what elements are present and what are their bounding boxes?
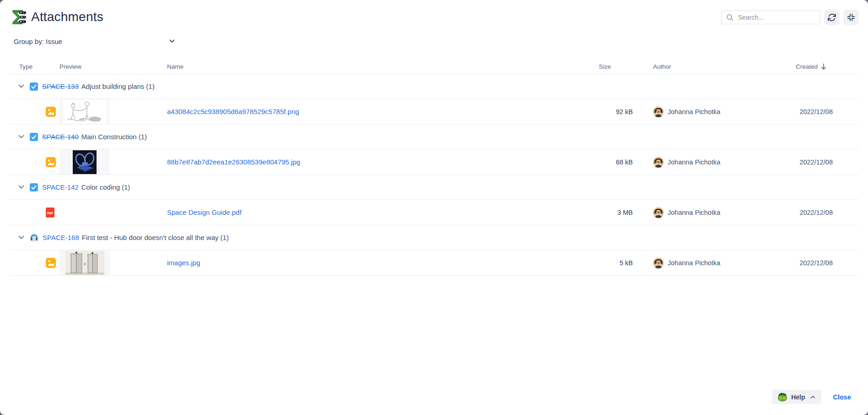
created-date: 2022/12/08 [799,259,833,267]
created-date: 2022/12/08 [799,108,833,115]
author-avatar [653,106,664,117]
issue-summary: Main Construction [81,133,137,141]
help-button[interactable]: Help [772,390,821,404]
attachment-name-link[interactable]: Space Design Guide.pdf [167,208,242,216]
dialog-footer: Help Close [772,390,851,404]
top-actions [721,10,859,25]
search-box[interactable] [721,11,820,24]
attachment-preview-thumbnail[interactable] [59,99,110,124]
attachment-row: a43084c2c5c938905d6a978529c5785f.png 92 … [9,99,859,125]
attachment-preview-thumbnail[interactable] [59,149,110,175]
attachment-name-link[interactable]: 88b7e87ab7d2eea1e26308539e804795.jpg [167,158,300,166]
issue-type-task-icon [30,133,38,141]
issue-key-link[interactable]: SPACE-133 [42,82,79,90]
attachment-preview-thumbnail[interactable] [59,250,110,275]
attachment-name-link[interactable]: images.jpg [167,259,200,267]
column-header-preview[interactable]: Preview [59,63,110,70]
column-header-created-label: Created [796,63,818,70]
help-robot-icon [777,392,788,402]
attachment-name-link[interactable]: a43084c2c5c938905d6a978529c5785f.png [167,108,299,115]
svg-text:PDF: PDF [47,211,53,214]
title-bar: Attachments [0,0,868,26]
attachment-row: 88b7e87ab7d2eea1e26308539e804795.jpg 68 … [9,149,859,175]
attachment-count: (1) [221,234,229,241]
collapse-group-chevron-icon[interactable] [17,133,25,141]
image-file-type-icon [46,258,56,268]
author-avatar [653,207,664,218]
attachment-row: PDF Space Design Guide.pdf 3 MB Johanna … [9,200,859,225]
issue-summary: Color coding [81,183,120,191]
issue-type-task-icon [30,183,38,191]
issue-summary: First test - Hub door doesn't close all … [82,234,219,241]
close-button[interactable]: Close [833,393,852,401]
issue-key-link[interactable]: SPACE-142 [42,183,79,191]
attachment-count: (1) [122,183,130,191]
attachment-size: 3 MB [617,209,633,216]
attachment-size: 68 kB [616,158,633,166]
collapse-all-icon [846,13,856,22]
issue-summary: Adjust building plans [81,82,145,90]
author-name: Johanna Pichotka [668,158,720,166]
issue-type-headphones-icon [30,233,38,242]
sort-descending-icon [820,63,827,70]
chevron-down-icon [169,39,175,43]
group-row: SPACE-133 Adjust building plans (1) [9,74,859,99]
column-header-size[interactable]: Size [582,63,633,70]
group-row: SPACE-168 First test - Hub door doesn't … [9,225,859,250]
collapse-group-chevron-icon[interactable] [17,83,25,90]
attachment-size: 5 kB [620,259,633,267]
issue-type-task-icon [30,82,38,91]
author-avatar [653,257,664,268]
attachment-size: 92 kB [616,108,633,115]
group-row: SPACE-140 Main Construction (1) [9,125,859,149]
collapse-group-chevron-icon[interactable] [17,234,25,241]
group-row: SPACE-142 Color coding (1) [9,175,859,200]
table-header-row: Type Preview Name Size Author Created [9,58,859,74]
attachment-count: (1) [139,133,147,141]
refresh-icon [827,13,836,22]
help-button-label: Help [791,393,805,401]
attachments-dialog: Attachments [0,0,868,415]
search-input[interactable] [737,13,822,22]
column-header-name[interactable]: Name [110,63,582,70]
chevron-up-icon [810,395,815,399]
created-date: 2022/12/08 [799,158,833,166]
attachment-row: images.jpg 5 kB Johanna Pichotka 2022/12… [9,250,859,276]
pdf-file-type-icon: PDF [46,208,54,218]
issue-key-link[interactable]: SPACE-140 [42,133,79,141]
column-header-author[interactable]: Author [633,63,776,70]
issue-key-link[interactable]: SPACE-168 [43,234,79,241]
author-name: Johanna Pichotka [668,259,720,267]
collapse-all-button[interactable] [843,10,859,25]
author-name: Johanna Pichotka [668,209,720,216]
image-file-type-icon [46,107,56,117]
created-date: 2022/12/08 [799,209,833,216]
search-icon [726,14,733,21]
page-title: Attachments [31,10,103,24]
group-by-label: Group by: Issue [14,38,62,45]
column-header-type[interactable]: Type [9,63,59,70]
collapse-group-chevron-icon[interactable] [17,184,25,191]
refresh-button[interactable] [824,10,840,25]
group-by-select[interactable]: Group by: Issue [14,36,175,46]
image-file-type-icon [46,157,56,167]
author-name: Johanna Pichotka [668,108,720,115]
author-avatar [653,157,664,168]
attachment-count: (1) [146,82,154,90]
app-logo-icon [10,9,27,26]
column-header-created[interactable]: Created [776,63,859,70]
attachments-table: Type Preview Name Size Author Created [9,58,859,276]
